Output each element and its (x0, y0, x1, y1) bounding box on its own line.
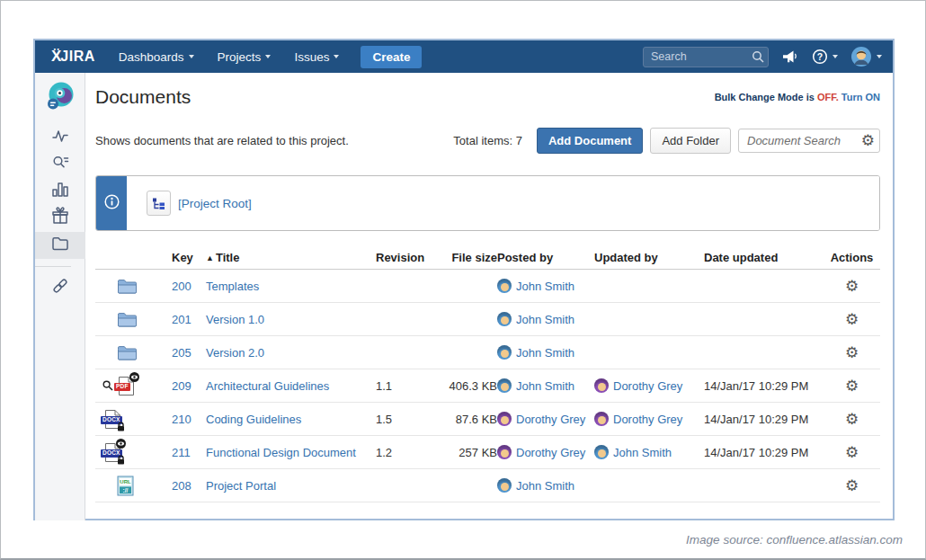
nav-label: Issues (294, 50, 329, 64)
sidebar-item-releases[interactable] (35, 205, 85, 232)
add-document-button[interactable]: Add Document (537, 128, 643, 154)
user-link[interactable]: Dorothy Grey (613, 379, 682, 393)
column-header-key[interactable]: Key (172, 251, 206, 264)
column-header-title[interactable]: ▲Title (206, 251, 374, 264)
doc-title-link[interactable]: Functional Design Document (206, 446, 356, 459)
column-header-label: Key (172, 251, 193, 264)
main-content: Documents Bulk Change Mode is OFF. Turn … (85, 73, 893, 520)
search-icon[interactable] (752, 50, 764, 67)
revision-value: 1.2 (374, 446, 423, 459)
posted-by-cell: John Smith (497, 478, 594, 493)
row-actions-gear-icon[interactable]: ⚙ (845, 345, 859, 360)
sidebar-item-reports[interactable] (35, 178, 85, 205)
caret-down-icon (189, 55, 194, 58)
top-navbar: ẌJIRA DashboardsProjectsIssues Create ? (35, 40, 893, 73)
column-header-date-updated[interactable]: Date updated (702, 251, 824, 264)
help-menu[interactable]: ? (812, 49, 838, 65)
doc-title-link[interactable]: Templates (206, 280, 259, 293)
row-actions-gear-icon[interactable]: ⚙ (845, 279, 859, 294)
document-search-input[interactable] (738, 129, 880, 153)
user-link[interactable]: Dorothy Grey (516, 413, 585, 426)
posted-by-cell: John Smith (497, 378, 594, 393)
table-row: 200TemplatesJohn Smith⚙ (95, 270, 880, 303)
column-header-updated-by[interactable]: Updated by (594, 251, 702, 264)
user-link[interactable]: John Smith (516, 346, 574, 360)
sidebar-item-activity[interactable] (35, 124, 85, 151)
row-actions-gear-icon[interactable]: ⚙ (845, 378, 859, 394)
info-icon[interactable] (104, 194, 120, 213)
nav-dashboards[interactable]: Dashboards (119, 50, 194, 64)
sidebar-item-documents[interactable] (35, 232, 85, 259)
user-link[interactable]: John Smith (516, 313, 574, 326)
doc-title-link[interactable]: Project Portal (206, 479, 276, 493)
sidebar-item-link[interactable] (35, 274, 85, 301)
posted-by-cell: Dorothy Grey (497, 412, 594, 426)
doc-key-link[interactable]: 211 (172, 446, 191, 459)
user-link[interactable]: John Smith (516, 379, 574, 393)
doc-key-link[interactable]: 201 (172, 313, 191, 326)
turn-on-link[interactable]: Turn ON (839, 92, 880, 102)
table-header-row: Key▲TitleRevisionFile sizePosted byUpdat… (95, 246, 880, 270)
user-link[interactable]: John Smith (516, 280, 574, 293)
doc-key-link[interactable]: 205 (172, 346, 191, 360)
doc-key-link[interactable]: 200 (172, 280, 191, 293)
doc-key-cell: 201 (172, 313, 206, 326)
project-root-link[interactable]: [Project Root] (178, 197, 252, 210)
doc-type-cell (95, 312, 172, 327)
row-actions-gear-icon[interactable]: ⚙ (845, 412, 859, 427)
doc-key-link[interactable]: 209 (172, 379, 191, 393)
nav-issues[interactable]: Issues (294, 50, 339, 64)
doc-key-cell: 200 (172, 280, 206, 293)
pdf-file-icon: PDF (102, 376, 135, 396)
user-link[interactable]: Dorothy Grey (516, 446, 585, 459)
column-header-revision[interactable]: Revision (374, 251, 423, 264)
user-link[interactable]: John Smith (613, 446, 672, 459)
user-avatar (497, 445, 512, 459)
avatar-face (501, 383, 509, 391)
doc-key-link[interactable]: 208 (172, 479, 191, 493)
megaphone-icon[interactable] (781, 49, 799, 64)
tree-view-button[interactable] (147, 191, 171, 216)
sidebar-items (35, 124, 85, 301)
user-avatar (497, 412, 512, 426)
row-actions-gear-icon[interactable]: ⚙ (845, 445, 859, 460)
info-strip (96, 176, 127, 230)
project-root-panel: [Project Root] (95, 175, 880, 231)
doc-title-cell: Project Portal (206, 479, 374, 493)
user-profile-menu[interactable] (850, 46, 882, 67)
row-actions-gear-icon[interactable]: ⚙ (845, 478, 859, 493)
revision-value: 1.5 (374, 413, 423, 426)
nav-projects[interactable]: Projects (218, 50, 272, 64)
caret-down-icon (334, 55, 339, 58)
sidebar-item-search[interactable] (35, 151, 85, 178)
date-updated-value: 14/Jan/17 10:29 PM (702, 446, 824, 459)
doc-title-cell: Templates (206, 280, 374, 293)
column-header-actions[interactable]: Actions (824, 251, 880, 264)
row-actions-gear-icon[interactable]: ⚙ (845, 312, 859, 327)
table-row: URL://208Project PortalJohn Smith⚙ (95, 469, 880, 502)
doc-title-link[interactable]: Version 2.0 (206, 346, 264, 360)
project-avatar[interactable] (45, 81, 76, 115)
doc-title-cell: Version 1.0 (206, 313, 374, 326)
svg-text:URL: URL (120, 479, 131, 484)
doc-title-link[interactable]: Architectural Guidelines (206, 379, 329, 393)
jira-logo-text: JIRA (60, 49, 94, 65)
user-link[interactable]: Dorothy Grey (613, 413, 682, 426)
zoom-icon (102, 380, 113, 391)
add-folder-button[interactable]: Add Folder (650, 128, 731, 154)
posted-by-cell: John Smith (497, 345, 594, 360)
page-description: Shows documents that are related to this… (95, 134, 349, 147)
user-link[interactable]: John Smith (516, 479, 574, 493)
view-permission-eye-icon (129, 372, 139, 382)
search-settings-gear-icon[interactable]: ⚙ (861, 133, 875, 148)
doc-key-link[interactable]: 210 (172, 413, 191, 426)
jira-logo[interactable]: ẌJIRA (51, 48, 95, 66)
column-header-posted-by[interactable]: Posted by (497, 251, 594, 264)
file-size-value: 87.6 KB (423, 413, 497, 426)
doc-title-link[interactable]: Coding Guidelines (206, 413, 301, 426)
column-header-file-size[interactable]: File size (423, 251, 497, 264)
doc-key-cell: 209 (172, 379, 206, 393)
doc-title-link[interactable]: Version 1.0 (206, 313, 264, 326)
create-button[interactable]: Create (361, 46, 422, 68)
search-input[interactable] (643, 47, 769, 67)
